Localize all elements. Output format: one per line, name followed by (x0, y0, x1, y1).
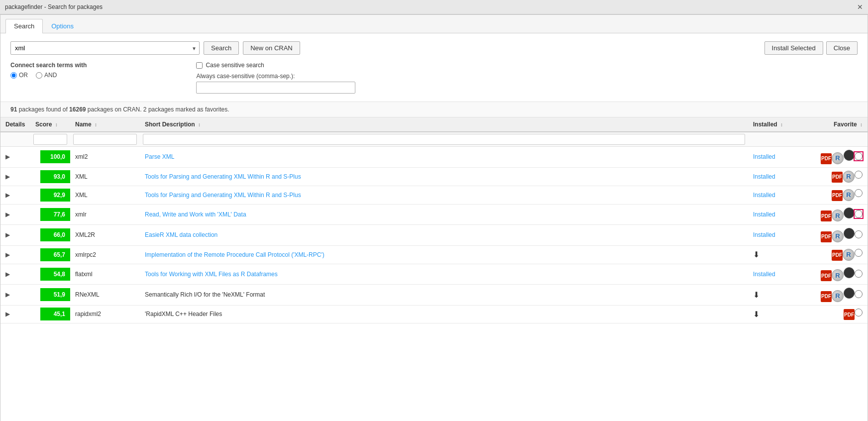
name-cell: XML (70, 186, 140, 204)
filter-installed (748, 132, 808, 147)
favorite-radio[interactable] (855, 171, 863, 179)
or-radio[interactable] (10, 72, 17, 79)
search-input[interactable] (10, 41, 200, 55)
icons-cell: PDFR (808, 285, 868, 306)
options-row: Connect search terms with OR AND Case se… (10, 62, 858, 94)
github-icon[interactable] (844, 208, 855, 218)
name-filter-input[interactable] (73, 134, 137, 145)
desc-cell: Read, Write and Work with 'XML' Data (140, 204, 748, 225)
or-radio-label[interactable]: OR (10, 72, 28, 79)
pdf-icon[interactable]: PDF (821, 231, 832, 242)
desc-cell: Semantically Rich I/O for the 'NeXML' Fo… (140, 285, 748, 306)
favorite-radio[interactable] (855, 230, 863, 238)
favorite-radio[interactable] (855, 189, 863, 197)
pdf-icon[interactable]: PDF (821, 210, 832, 221)
download-icon[interactable]: ⬇ (753, 310, 760, 318)
score-bar: 100,0 (40, 150, 70, 163)
pdf-icon[interactable]: PDF (832, 250, 843, 261)
filter-row (0, 132, 868, 147)
score-cell: 66,0 (30, 225, 70, 246)
score-cell: 45,1 (30, 305, 70, 323)
window-close-icon[interactable]: ✕ (857, 3, 863, 11)
expand-button[interactable]: ▶ (5, 153, 10, 160)
pdf-icon[interactable]: PDF (821, 153, 832, 164)
expand-button[interactable]: ▶ (5, 251, 10, 258)
name-sort-icon: ↕ (95, 122, 97, 127)
r-icon[interactable]: R (832, 269, 844, 281)
table-row: ▶51,9RNeXMLSemantically Rich I/O for the… (0, 285, 868, 306)
github-icon[interactable] (844, 228, 855, 239)
install-selected-button[interactable]: Install Selected (764, 41, 823, 55)
r-icon[interactable]: R (832, 230, 844, 242)
tab-options[interactable]: Options (43, 19, 82, 33)
tab-search[interactable]: Search (5, 19, 43, 33)
github-icon[interactable] (844, 267, 855, 278)
score-filter-input[interactable] (33, 134, 67, 145)
and-radio-label[interactable]: AND (36, 72, 57, 79)
pdf-icon[interactable]: PDF (832, 172, 843, 183)
r-icon[interactable]: R (843, 171, 855, 183)
r-icon[interactable]: R (843, 249, 855, 261)
col-favorite[interactable]: Favorite ↕ (808, 117, 868, 132)
col-description[interactable]: Short Description ↕ (140, 117, 748, 132)
table-row: ▶93,0XMLTools for Parsing and Generating… (0, 167, 868, 186)
desc-filter-input[interactable] (143, 134, 745, 145)
desc-sort-icon: ↕ (198, 122, 201, 127)
github-icon[interactable] (844, 288, 855, 299)
pdf-icon[interactable]: PDF (844, 309, 855, 320)
expand-cell: ▶ (0, 285, 30, 306)
results-count: 91 (10, 106, 17, 113)
installed-cell: Installed (748, 225, 808, 246)
pdf-icon[interactable]: PDF (832, 190, 843, 201)
favorite-radio[interactable] (855, 270, 863, 278)
download-icon[interactable]: ⬇ (753, 291, 760, 299)
table-row: ▶66,0XML2REasieR XML data collectionInst… (0, 225, 868, 246)
favorite-radio[interactable] (855, 249, 863, 257)
search-input-wrapper: ▼ (10, 41, 200, 55)
score-bar: 77,6 (40, 208, 70, 221)
expand-button[interactable]: ▶ (5, 311, 10, 317)
favorite-radio[interactable] (855, 290, 863, 298)
r-icon[interactable]: R (832, 210, 844, 221)
score-bar: 65,7 (40, 248, 70, 261)
col-installed[interactable]: Installed ↕ (748, 117, 808, 132)
col-name[interactable]: Name ↕ (70, 117, 140, 132)
case-sensitive-checkbox[interactable] (196, 62, 203, 69)
filter-desc (140, 132, 748, 147)
favorite-radio[interactable] (855, 309, 863, 316)
and-radio[interactable] (36, 72, 42, 79)
score-bar: 45,1 (40, 308, 70, 320)
score-cell: 93,0 (30, 167, 70, 186)
r-icon[interactable]: R (843, 189, 855, 201)
expand-button[interactable]: ▶ (5, 231, 10, 238)
close-button[interactable]: Close (826, 41, 858, 55)
installed-cell: ⬇ (748, 305, 808, 323)
expand-button[interactable]: ▶ (5, 291, 10, 298)
expand-cell: ▶ (0, 305, 30, 323)
col-score[interactable]: Score ↕ (30, 117, 70, 132)
expand-button[interactable]: ▶ (5, 192, 10, 199)
github-icon[interactable] (844, 150, 855, 161)
search-button[interactable]: Search (204, 41, 239, 55)
expand-button[interactable]: ▶ (5, 271, 10, 278)
r-icon[interactable]: R (832, 290, 844, 302)
download-icon[interactable]: ⬇ (753, 250, 760, 259)
expand-button[interactable]: ▶ (5, 211, 10, 218)
case-sensitive-label: Case sensitive search (206, 62, 264, 69)
pdf-icon[interactable]: PDF (821, 270, 832, 281)
favorite-radio[interactable] (855, 152, 863, 160)
expand-button[interactable]: ▶ (5, 173, 10, 180)
results-text1: packages found of (17, 106, 69, 113)
r-icon[interactable]: R (832, 152, 844, 164)
desc-cell: Implementation of the Remote Procedure C… (140, 245, 748, 264)
new-on-cran-button[interactable]: New on CRAN (243, 41, 300, 55)
search-row: ▼ Search New on CRAN Install Selected Cl… (10, 41, 858, 55)
table-body: ▶100,0xml2Parse XMLInstalledPDFR▶93,0XML… (0, 147, 868, 323)
favorite-radio[interactable] (855, 210, 863, 218)
icons-cell: PDFR (808, 225, 868, 246)
name-cell: xmlr (70, 204, 140, 225)
always-case-input[interactable] (196, 82, 355, 94)
radio-group: OR AND (10, 72, 87, 82)
case-sensitive-row: Case sensitive search (196, 62, 355, 69)
pdf-icon[interactable]: PDF (821, 291, 832, 302)
